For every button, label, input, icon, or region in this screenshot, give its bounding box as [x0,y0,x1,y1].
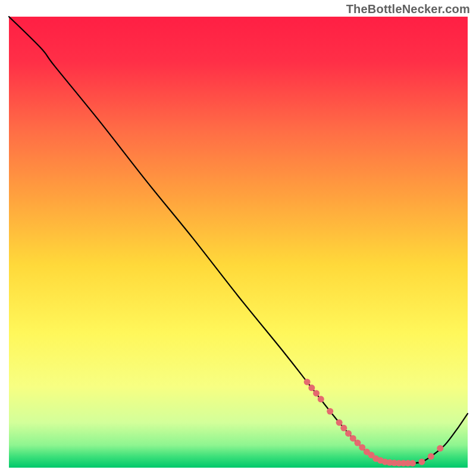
curve-marker [327,408,333,415]
curve-marker [304,378,311,385]
curve-marker [340,425,347,431]
gradient-background [9,17,468,468]
curve-marker [418,459,425,465]
curve-marker [308,384,315,391]
curve-marker [428,453,434,460]
curve-marker [409,460,416,466]
bottleneck-chart [0,0,476,476]
curve-marker [345,430,352,437]
curve-marker [318,396,324,402]
curve-marker [313,390,320,396]
curve-marker [336,419,343,426]
curve-marker [437,445,443,452]
chart-stage: TheBottleNecker.com [0,0,476,476]
